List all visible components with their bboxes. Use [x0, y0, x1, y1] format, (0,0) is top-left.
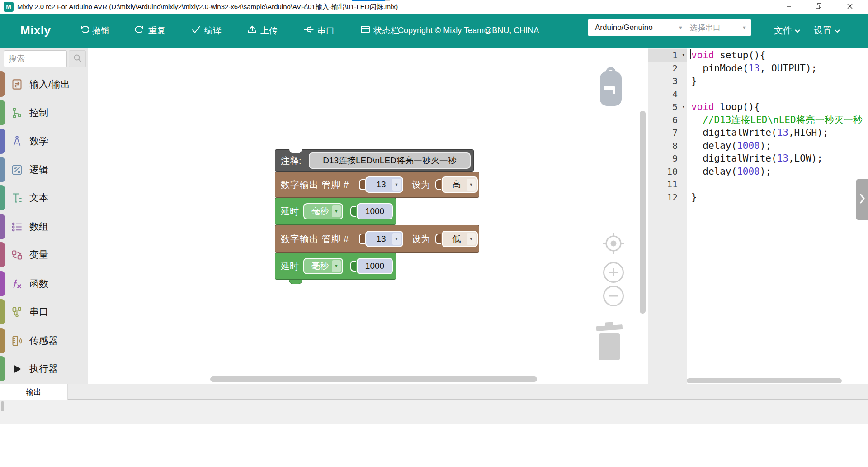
unit-dropdown[interactable]: 毫秒 ▼	[303, 203, 343, 219]
fold-toggle-icon[interactable]: ▾	[682, 100, 685, 114]
logic-icon	[11, 164, 23, 176]
canvas-horizontal-scrollbar[interactable]	[210, 376, 537, 382]
unit-value: 毫秒	[311, 205, 329, 217]
statusbar-button[interactable]: 状态栏	[360, 24, 399, 37]
category-label: 数学	[29, 135, 48, 148]
block-comment[interactable]: 注释: D13连接LED\nLED将亮一秒灭一秒	[275, 149, 474, 172]
fold-toggle-icon[interactable]: ▾	[682, 49, 685, 62]
backpack-icon[interactable]	[599, 62, 622, 109]
sidebar-item-text[interactable]: 文本	[0, 187, 88, 208]
redo-button[interactable]: 重复	[135, 24, 165, 37]
code-line: }	[687, 75, 868, 88]
search-input[interactable]	[4, 50, 67, 67]
gutter-line: 3	[648, 75, 687, 88]
minimize-icon	[786, 3, 792, 11]
serial-monitor-button[interactable]: 串口	[303, 24, 335, 37]
category-label: 函数	[29, 277, 48, 290]
gutter-line: 7	[648, 126, 687, 139]
category-label: 传感器	[29, 334, 58, 347]
block-delay[interactable]: 延时 毫秒 ▼ 1000	[275, 253, 396, 280]
chevron-down-icon	[794, 25, 801, 36]
level-dropdown[interactable]: 低 ▼	[442, 231, 478, 247]
category-label: 文本	[29, 191, 48, 204]
trash-icon[interactable]	[594, 321, 624, 363]
check-icon	[191, 24, 201, 37]
category-color-pill	[0, 271, 5, 296]
gutter-line: 1▾	[648, 49, 687, 62]
pin-value: 13	[376, 180, 386, 190]
gutter-line: 4	[648, 88, 687, 101]
tab-output[interactable]: 输出	[0, 384, 68, 400]
settings-menu-label: 设置	[814, 24, 832, 37]
port-select[interactable]: 选择串口 ▼	[683, 19, 751, 36]
sidebar-item-control[interactable]: 控制	[0, 102, 88, 123]
board-select[interactable]: Arduino/Genuino ▼	[588, 19, 688, 36]
gutter-line: 9	[648, 152, 687, 165]
block-digital-write-high[interactable]: 数字输出 管脚 # 13 ▼ 设为 高 ▼	[275, 172, 479, 198]
sidebar-item-array[interactable]: 数组	[0, 216, 88, 237]
zoom-in-button[interactable]	[603, 262, 624, 283]
restore-button[interactable]	[808, 0, 829, 14]
play-icon	[11, 363, 23, 375]
code-panel: 1▾ 2 3 4 5▾ 6 7 8 9 10 11 12 void setup(…	[648, 48, 868, 384]
pin-dropdown[interactable]: 13 ▼	[365, 176, 403, 193]
close-button[interactable]	[840, 0, 860, 14]
sidebar-item-math[interactable]: 数学	[0, 131, 88, 152]
code-line: //D13连接LED\nLED将亮一秒灭一秒	[687, 114, 868, 127]
level-dropdown[interactable]: 高 ▼	[442, 176, 478, 193]
code-line: digitalWrite(13,HIGH);	[687, 126, 868, 139]
gutter-line: 10	[648, 165, 687, 178]
block-label: 延时	[281, 205, 299, 218]
file-menu[interactable]: 文件	[774, 14, 801, 48]
close-icon	[847, 3, 853, 11]
ms-value-field[interactable]: 1000	[357, 203, 393, 219]
comment-text-field[interactable]: D13连接LED\nLED将亮一秒灭一秒	[309, 152, 471, 169]
panel-expand-handle[interactable]	[856, 179, 868, 220]
category-color-pill	[0, 71, 5, 97]
serial-label: 串口	[317, 25, 335, 37]
compile-button[interactable]: 编译	[191, 24, 222, 37]
output-vertical-scrollbar[interactable]	[1, 401, 4, 411]
compass-icon	[11, 135, 23, 148]
unit-dropdown[interactable]: 毫秒 ▼	[303, 258, 343, 274]
window-title: Mixly 2.0 rc2 For Arduino AVR (D:\mixly\…	[17, 3, 398, 11]
block-label: 注释:	[281, 154, 302, 167]
category-label: 数组	[29, 220, 48, 233]
compile-label: 编译	[204, 25, 222, 37]
zoom-out-button[interactable]	[603, 286, 624, 306]
bottom-tabbar: 输出	[0, 384, 868, 400]
gutter-line: 11	[648, 178, 687, 191]
ms-value: 1000	[365, 261, 384, 271]
gutter-line: 2	[648, 62, 687, 75]
upload-button[interactable]: 上传	[247, 24, 278, 37]
sidebar-item-variable[interactable]: 变量	[0, 244, 88, 265]
redo-label: 重复	[148, 25, 165, 37]
category-label: 输入/输出	[29, 78, 70, 91]
sidebar-item-input-output[interactable]: 输入/输出	[0, 74, 88, 95]
sidebar-item-actuator[interactable]: 执行器	[0, 358, 88, 379]
search-button[interactable]	[69, 50, 86, 67]
ms-value-field[interactable]: 1000	[357, 258, 393, 274]
sidebar-item-function[interactable]: 函数	[0, 273, 88, 294]
undo-button[interactable]: 撤销	[79, 24, 109, 37]
chevron-down-icon	[834, 25, 840, 36]
output-panel-empty-area	[0, 424, 868, 467]
block-delay[interactable]: 延时 毫秒 ▼ 1000	[275, 198, 396, 225]
sidebar-item-logic[interactable]: 逻辑	[0, 159, 88, 180]
settings-menu[interactable]: 设置	[814, 14, 840, 48]
code-horizontal-scrollbar[interactable]	[687, 378, 842, 383]
sidebar-item-sensor[interactable]: 传感器	[0, 330, 88, 351]
canvas-vertical-scrollbar[interactable]	[640, 111, 646, 314]
zoom-reset-crosshair-icon[interactable]	[601, 231, 626, 258]
restore-icon	[816, 3, 821, 11]
cable-icon	[11, 306, 23, 318]
blockly-workspace[interactable]: 注释: D13连接LED\nLED将亮一秒灭一秒 数字输出 管脚 # 13 ▼ …	[88, 48, 648, 384]
category-label: 变量	[29, 248, 48, 261]
file-menu-label: 文件	[774, 24, 792, 37]
window-panel-icon	[360, 24, 370, 37]
minimize-button[interactable]	[778, 0, 799, 14]
undo-label: 撤销	[92, 25, 109, 37]
block-digital-write-low[interactable]: 数字输出 管脚 # 13 ▼ 设为 低 ▼	[275, 225, 479, 253]
sidebar-item-serial[interactable]: 串口	[0, 301, 88, 322]
pin-dropdown[interactable]: 13 ▼	[365, 231, 403, 247]
